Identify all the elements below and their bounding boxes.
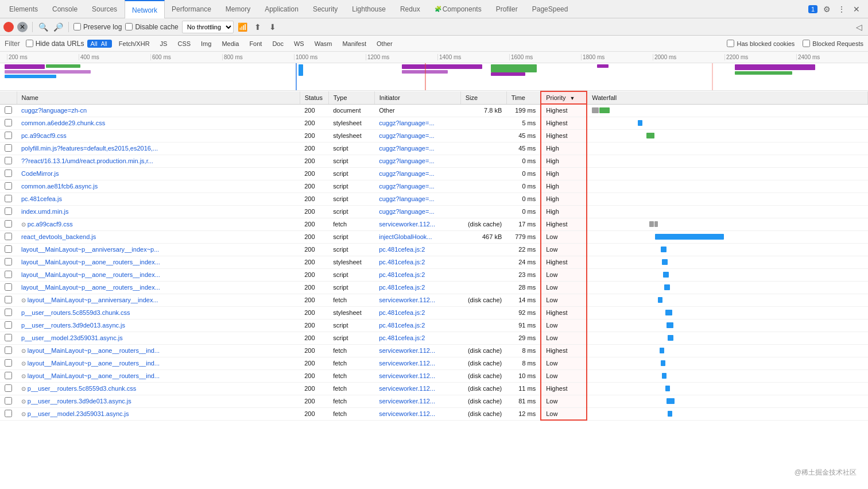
- initiator-link[interactable]: serviceworker.112...: [379, 360, 435, 367]
- blocked-requests-label[interactable]: Blocked Requests: [803, 40, 863, 47]
- row-checkbox[interactable]: [5, 283, 12, 291]
- initiator-link[interactable]: cuggz?language=...: [379, 145, 434, 152]
- has-blocked-cookies-label[interactable]: Has blocked cookies: [727, 40, 795, 47]
- tab-console[interactable]: Console: [45, 0, 85, 18]
- filter-other[interactable]: Other: [373, 40, 396, 48]
- table-row[interactable]: ⊙ layout__MainLayout~p__anniversary__ind…: [0, 294, 868, 306]
- row-checkbox[interactable]: [5, 220, 12, 228]
- table-row[interactable]: ⊙ p__user__model.23d59031.async.js200fet…: [0, 407, 868, 420]
- table-row[interactable]: layout__MainLayout~p__aone__routers__ind…: [0, 256, 868, 268]
- initiator-link[interactable]: serviceworker.112...: [379, 221, 435, 228]
- filter-all[interactable]: All All: [87, 40, 111, 48]
- tab-application[interactable]: Application: [258, 0, 306, 18]
- table-row[interactable]: ⊙ p__user__routers.3d9de013.async.js200f…: [0, 395, 868, 407]
- filter-fetchxhr[interactable]: Fetch/XHR: [115, 40, 153, 48]
- row-checkbox[interactable]: [5, 296, 12, 303]
- table-row[interactable]: ⊙ layout__MainLayout~p__aone__routers__i…: [0, 344, 868, 357]
- tab-sources[interactable]: Sources: [85, 0, 125, 18]
- table-row[interactable]: pc.a99cacf9.css200stylesheetcuggz?langua…: [0, 129, 868, 142]
- wifi-icon[interactable]: 📶: [237, 21, 249, 33]
- row-checkbox[interactable]: [5, 170, 12, 177]
- row-checkbox[interactable]: [5, 195, 12, 202]
- th-size[interactable]: Size: [460, 91, 506, 104]
- preserve-log-label[interactable]: Preserve log: [73, 23, 122, 31]
- row-checkbox[interactable]: [5, 144, 12, 152]
- filter-css[interactable]: CSS: [174, 40, 194, 48]
- initiator-link[interactable]: pc.481cefea.js:2: [379, 334, 425, 341]
- filter-wasm[interactable]: Wasm: [311, 40, 336, 48]
- tab-elements[interactable]: Elements: [2, 0, 45, 18]
- table-row[interactable]: ⊙ pc.a99cacf9.css200fetchserviceworker.1…: [0, 218, 868, 230]
- row-checkbox[interactable]: [5, 384, 12, 392]
- table-row[interactable]: common.ae81fcb6.async.js200scriptcuggz?l…: [0, 180, 868, 192]
- table-row[interactable]: layout__MainLayout~p__aone__routers__ind…: [0, 268, 868, 281]
- row-checkbox[interactable]: [5, 309, 12, 316]
- initiator-link[interactable]: serviceworker.112...: [379, 297, 435, 303]
- row-checkbox[interactable]: [5, 397, 12, 405]
- download-icon[interactable]: ⬇: [267, 21, 278, 33]
- tab-memory[interactable]: Memory: [219, 0, 258, 18]
- row-checkbox[interactable]: [5, 334, 12, 341]
- initiator-link[interactable]: pc.481cefea.js:2: [379, 309, 425, 316]
- settings-icon[interactable]: ⚙: [821, 3, 832, 15]
- filter-font[interactable]: Font: [246, 40, 265, 48]
- record-button[interactable]: [3, 22, 14, 32]
- more-icon[interactable]: ⋮: [836, 3, 847, 15]
- hide-data-urls-label[interactable]: Hide data URLs: [26, 40, 84, 48]
- badge-count[interactable]: 1: [808, 5, 817, 13]
- blocked-requests-checkbox[interactable]: [803, 40, 810, 47]
- table-row[interactable]: p__user__model.23d59031.async.js200scrip…: [0, 332, 868, 344]
- initiator-link[interactable]: cuggz?language=...: [379, 120, 434, 126]
- initiator-link[interactable]: cuggz?language=...: [379, 157, 434, 164]
- table-row[interactable]: ⊙ p__user__routers.5c8559d3.chunk.css200…: [0, 382, 868, 395]
- initiator-link[interactable]: serviceworker.112...: [379, 398, 435, 405]
- tab-performance[interactable]: Performance: [165, 0, 219, 18]
- row-checkbox[interactable]: [5, 346, 12, 354]
- th-status[interactable]: Status: [300, 91, 328, 104]
- initiator-link[interactable]: cuggz?language=...: [379, 170, 434, 177]
- table-row[interactable]: pc.481cefea.js200scriptcuggz?language=..…: [0, 192, 868, 205]
- th-initiator[interactable]: Initiator: [374, 91, 460, 104]
- disable-cache-label[interactable]: Disable cache: [125, 23, 178, 31]
- th-priority[interactable]: Priority ▼: [541, 91, 587, 104]
- table-row[interactable]: ⊙ layout__MainLayout~p__aone__routers__i…: [0, 357, 868, 369]
- row-checkbox[interactable]: [5, 132, 12, 139]
- table-row[interactable]: layout__MainLayout~p__anniversary__index…: [0, 243, 868, 256]
- table-row[interactable]: p__user__routers.3d9de013.async.js200scr…: [0, 319, 868, 332]
- row-checkbox[interactable]: [5, 321, 12, 329]
- filter-media[interactable]: Media: [218, 40, 242, 48]
- filter-js[interactable]: JS: [157, 40, 171, 48]
- table-row[interactable]: react_devtools_backend.js200scriptinject…: [0, 230, 868, 243]
- initiator-link[interactable]: cuggz?language=...: [379, 195, 434, 202]
- throttle-select[interactable]: No throttling: [182, 21, 234, 33]
- row-checkbox[interactable]: [5, 372, 12, 379]
- table-row[interactable]: layout__MainLayout~p__aone__routers__ind…: [0, 281, 868, 294]
- disable-cache-checkbox[interactable]: [125, 23, 133, 30]
- table-row[interactable]: common.a6edde29.chunk.css200stylesheetcu…: [0, 117, 868, 129]
- table-row[interactable]: p__user__routers.5c8559d3.chunk.css200st…: [0, 306, 868, 319]
- th-name[interactable]: Name: [17, 91, 300, 104]
- search-icon[interactable]: 🔎: [52, 21, 64, 33]
- initiator-link[interactable]: pc.481cefea.js:2: [379, 259, 425, 265]
- row-checkbox[interactable]: [5, 410, 12, 417]
- row-checkbox[interactable]: [5, 106, 12, 114]
- initiator-link[interactable]: pc.481cefea.js:2: [379, 322, 425, 329]
- filter-ws[interactable]: WS: [290, 40, 308, 48]
- row-checkbox[interactable]: [5, 119, 12, 126]
- has-blocked-cookies-checkbox[interactable]: [727, 40, 734, 47]
- preserve-log-checkbox[interactable]: [73, 23, 81, 30]
- initiator-link[interactable]: serviceworker.112...: [379, 385, 435, 392]
- filter-img[interactable]: Img: [197, 40, 215, 48]
- initiator-link[interactable]: serviceworker.112...: [379, 372, 435, 379]
- tab-security[interactable]: Security: [306, 0, 345, 18]
- initiator-link[interactable]: pc.481cefea.js:2: [379, 246, 425, 253]
- th-waterfall[interactable]: Waterfall: [587, 91, 867, 104]
- row-checkbox[interactable]: [5, 182, 12, 190]
- row-checkbox[interactable]: [5, 233, 12, 240]
- initiator-link[interactable]: pc.481cefea.js:2: [379, 271, 425, 278]
- tab-components[interactable]: 🧩Components: [428, 0, 489, 18]
- tab-redux[interactable]: Redux: [393, 0, 428, 18]
- table-row[interactable]: polyfill.min.js?features=default,es2015,…: [0, 142, 868, 155]
- expand-panel-icon[interactable]: ◁: [853, 21, 865, 33]
- table-row[interactable]: CodeMirror.js200scriptcuggz?language=...…: [0, 167, 868, 180]
